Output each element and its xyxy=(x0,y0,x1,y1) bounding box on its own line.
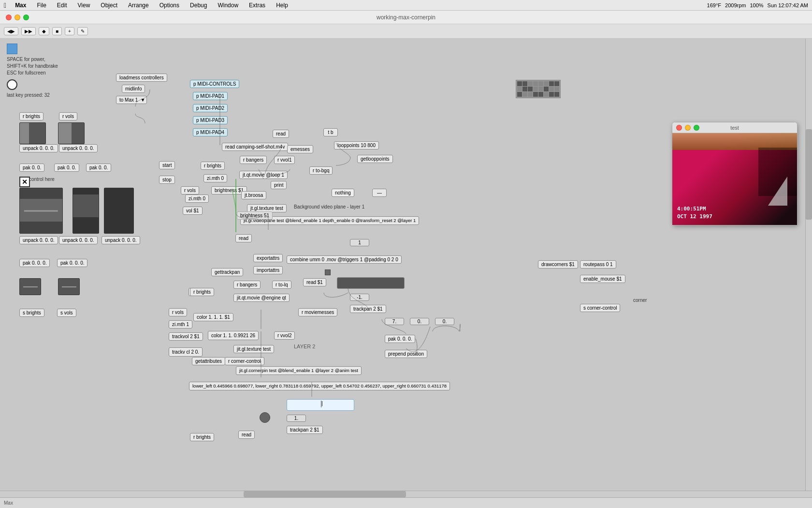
trackpan2b-node[interactable]: trackpan 2 $1 xyxy=(287,426,323,434)
unpack-2-node[interactable]: unpack 0. 0. 0. xyxy=(59,144,98,152)
r-to-lq-node[interactable]: r to-lq xyxy=(272,281,291,289)
pak0-node[interactable]: pak 0. 0. 0. xyxy=(385,335,415,343)
getattributes-node[interactable]: getattributes xyxy=(192,357,225,365)
print-node[interactable]: print xyxy=(271,181,287,189)
maximize-button[interactable] xyxy=(23,15,29,20)
slider-2[interactable] xyxy=(58,122,85,144)
toggle-x-node[interactable]: ✕ xyxy=(19,177,30,187)
vol1-node[interactable]: vol $1 xyxy=(183,207,203,215)
menu-view[interactable]: View xyxy=(76,2,92,9)
pak-2-node[interactable]: pak 0. 0. xyxy=(54,164,79,172)
color-1111-node[interactable]: color 1. 1. 1. $1 xyxy=(193,313,233,321)
num0b-node[interactable]: 0. xyxy=(435,318,454,325)
unpack-1-node[interactable]: unpack 0. 0. 0. xyxy=(19,144,58,152)
zimth1b-node[interactable]: zi.mth 1 xyxy=(169,320,192,329)
nothing-node[interactable]: nothing xyxy=(332,189,354,197)
pak-5-node[interactable]: pak 0. 0. 0. xyxy=(57,259,87,267)
midi-pad4-node[interactable]: p MIDI-PAD4 xyxy=(193,128,228,136)
unpack-4-node[interactable]: unpack 0. 0. 0. xyxy=(59,236,98,244)
r-vols-2-node[interactable]: r vols xyxy=(181,186,199,194)
combine-node[interactable]: combine umm 0 .mov @triggers 1 @padding … xyxy=(287,255,402,264)
jt-gl-texture2-node[interactable]: jit.gl.texture test xyxy=(233,345,274,353)
slider-7[interactable] xyxy=(58,278,80,295)
trackpan2-node[interactable]: trackpan 2 $1 xyxy=(350,305,386,313)
jit-broosa-node[interactable]: jt.broosa xyxy=(241,191,266,199)
s-corner-control-node[interactable]: s corner-control xyxy=(580,304,620,312)
toggle-circle[interactable] xyxy=(7,79,17,90)
read-camping-node[interactable]: read camping-self-shot.m4v xyxy=(222,143,288,151)
importattrs-node[interactable]: importattrs xyxy=(253,266,283,274)
midi-pad3-node[interactable]: p MIDI-PAD3 xyxy=(193,116,228,124)
routepass-node[interactable]: routepass 0 1 xyxy=(580,260,616,269)
grid-box[interactable] xyxy=(516,80,561,98)
r-to-bgq-node[interactable]: r to-bgq xyxy=(309,166,333,175)
menu-object[interactable]: Object xyxy=(99,2,119,9)
jt-qt-movie-node[interactable]: jt.qt.movie @loop 1 xyxy=(239,171,288,179)
jt-gl-cornerpin-node[interactable]: jit.gl.cornerpin test @blend_enable 1 @l… xyxy=(236,366,362,375)
toolbar-btn-2[interactable]: ▶▶ xyxy=(21,27,36,35)
r-brights-1-node[interactable]: r brights xyxy=(19,112,44,120)
num0a-node[interactable]: 0. xyxy=(410,318,429,325)
menu-extras[interactable]: Extras xyxy=(247,2,267,9)
pak-4-node[interactable]: pak 0. 0. 0. xyxy=(19,259,50,267)
slider-4[interactable] xyxy=(72,188,99,234)
toolbar-btn-3[interactable]: ◆ xyxy=(39,27,49,35)
r-vvol2-node[interactable]: r vvol2 xyxy=(274,331,295,340)
horizontal-scrollbar[interactable] xyxy=(0,491,812,497)
prepend-position-node[interactable]: prepend position xyxy=(385,350,427,358)
toolbar-btn-4[interactable]: ■ xyxy=(52,27,62,35)
pak-1-node[interactable]: pak 0. 0. xyxy=(19,164,44,172)
minimize-button[interactable] xyxy=(14,15,20,20)
r-vols-1-node[interactable]: r vols xyxy=(59,112,77,120)
drawcorners-node[interactable]: drawcorners $1 xyxy=(538,260,578,269)
menu-window[interactable]: Window xyxy=(216,2,240,9)
vertical-scrollbar[interactable] xyxy=(805,39,812,491)
slider-6[interactable] xyxy=(19,278,41,295)
r-vols-3-node[interactable]: r vols xyxy=(169,308,187,316)
jt-qt-engine-node[interactable]: jit.qt.movie @engine qt xyxy=(233,294,290,302)
getlooppoints-node[interactable]: getlooppoints xyxy=(357,155,393,163)
midi-pad1-node[interactable]: p MIDI-PAD1 xyxy=(193,92,228,100)
r-corner-control-node[interactable]: r corner-control xyxy=(225,357,264,365)
apple-menu[interactable]:  xyxy=(4,1,6,9)
exportattrs-node[interactable]: exportattrs xyxy=(253,254,283,262)
read-dollar-node[interactable]: read $1 xyxy=(303,278,326,286)
trackv-cl2-node[interactable]: trackv cl 2 0. xyxy=(169,347,203,357)
menu-edit[interactable]: Edit xyxy=(55,2,69,9)
enable-mouse-node[interactable]: enable_mouse $1 xyxy=(580,275,625,283)
r-bangers-node[interactable]: r bangers xyxy=(240,156,267,164)
s-vols-node[interactable]: s vols xyxy=(57,309,76,317)
menu-debug[interactable]: Debug xyxy=(188,2,209,9)
num1-node[interactable]: 1 xyxy=(350,239,369,246)
num7-node[interactable]: 7. xyxy=(385,318,404,325)
zimth0a-node[interactable]: zi.mth 0 xyxy=(203,174,227,182)
midlinfo-node[interactable]: midlinfo xyxy=(122,85,145,93)
zimth0b-node[interactable]: zi.mth 0 xyxy=(185,194,209,203)
gettrackpan-node[interactable]: gettrackpan xyxy=(211,268,243,276)
menu-max[interactable]: Max xyxy=(13,2,28,9)
r-brights-bottom-node[interactable]: r brights xyxy=(190,433,214,441)
start-node[interactable]: start xyxy=(159,161,175,169)
slider-5[interactable] xyxy=(104,188,134,234)
s-brights-node[interactable]: s brights xyxy=(19,309,44,317)
r-vvol1-node[interactable]: r vvol1 xyxy=(274,156,295,164)
window-controls[interactable] xyxy=(6,15,29,20)
loadmess-node[interactable]: loadmess controllers xyxy=(116,74,167,82)
read-node[interactable]: read xyxy=(273,130,289,138)
color-detail-node[interactable]: color 1. 1. 0.9921 26 xyxy=(208,331,259,340)
num1b-node[interactable]: 1. xyxy=(287,415,306,422)
unpack-3-node[interactable]: unpack 0. 0. 0. xyxy=(19,236,58,244)
close-button[interactable] xyxy=(6,15,12,20)
pak-3-node[interactable]: pak 0. 0. xyxy=(86,164,111,172)
unpack-5-node[interactable]: unpack 0. 0. 0. xyxy=(102,236,140,244)
toolbar-btn-6[interactable]: ✎ xyxy=(77,27,88,35)
r-bangers-2-node[interactable]: r bangers xyxy=(233,281,261,289)
slider-3[interactable] xyxy=(19,188,63,234)
stop-node[interactable]: stop xyxy=(159,176,175,184)
trackvol2-node[interactable]: trackvol 2 $1 xyxy=(169,332,203,341)
menu-arrange[interactable]: Arrange xyxy=(126,2,151,9)
toolbar-btn-1[interactable]: ◀▶ xyxy=(4,27,18,35)
toolbar-btn-5[interactable]: + xyxy=(65,27,74,35)
menu-options[interactable]: Options xyxy=(158,2,181,9)
read-2-node[interactable]: read xyxy=(235,234,252,242)
